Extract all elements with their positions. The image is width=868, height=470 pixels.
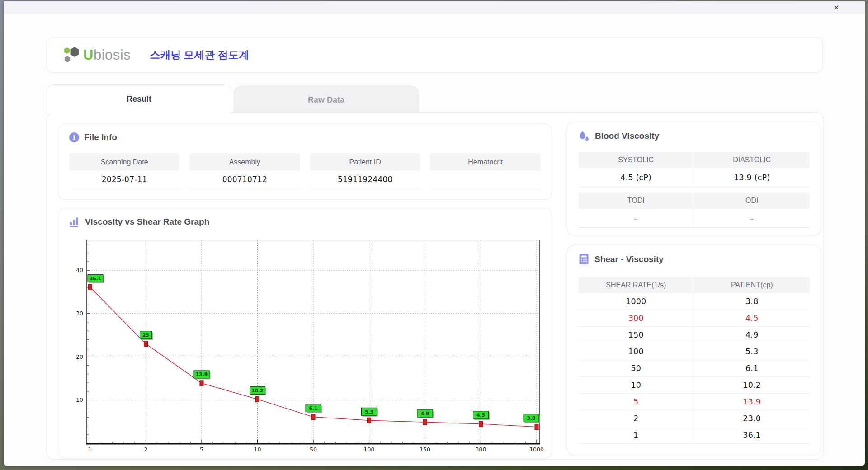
shear-rate-cell: 1000: [578, 293, 694, 310]
patient-cp-cell: 5.3: [694, 343, 810, 360]
data-point-marker: [144, 341, 148, 347]
data-point-marker: [256, 396, 259, 402]
shear-rate-column-header: SHEAR RATE(1/s): [578, 277, 694, 293]
data-point-marker: [200, 381, 203, 386]
file-info-field-value: 51911924400: [310, 171, 420, 188]
blood-viscosity-value: –: [578, 209, 694, 228]
result-tab-panel: i File Info Scanning Date 2025-07-11 Ass…: [47, 112, 824, 460]
patient-column-header: PATIENT(cp): [694, 277, 810, 293]
shear-table-row: 300 4.5: [578, 310, 810, 327]
file-info-fields: Scanning Date 2025-07-11 Assembly 000710…: [69, 153, 541, 188]
data-point-marker: [479, 421, 483, 427]
tab-bar: Result Raw Data: [47, 84, 823, 114]
shear-rate-cell: 10: [578, 377, 694, 394]
blood-viscosity-group: TODI ODI – –: [578, 193, 810, 228]
shear-rate-cell: 2: [578, 410, 694, 427]
file-info-field-value: 2025-07-11: [69, 171, 179, 188]
data-point-label: 10.2: [252, 388, 264, 393]
data-point-marker: [311, 414, 315, 420]
data-point-label: 4.9: [421, 411, 429, 416]
graph-title: Viscosity vs Shear Rate Graph: [85, 217, 209, 227]
tab-result[interactable]: Result: [47, 84, 231, 114]
file-info-field-value: 000710712: [189, 171, 300, 188]
shear-table-row: 2 23.0: [578, 410, 810, 427]
x-tick-label: 5: [200, 446, 203, 453]
file-info-card: i File Info Scanning Date 2025-07-11 Ass…: [58, 124, 552, 200]
y-tick-label: 40: [76, 267, 83, 273]
patient-cp-cell: 3.8: [694, 293, 810, 310]
patient-cp-cell: 4.5: [694, 310, 810, 327]
bar-chart-icon: [69, 216, 80, 227]
close-icon[interactable]: ✕: [831, 3, 841, 13]
blood-viscosity-value-row: – –: [578, 209, 810, 228]
shear-table-row: 100 5.3: [578, 343, 810, 360]
file-info-field: Patient ID 51911924400: [310, 153, 420, 188]
shear-rate-cell: 1: [578, 427, 694, 444]
shear-table-header: SHEAR RATE(1/s) PATIENT(cp): [578, 277, 810, 293]
file-info-field: Scanning Date 2025-07-11: [69, 153, 179, 188]
blood-viscosity-group: SYSTOLIC DIASTOLIC 4.5 (cP) 13.9 (cP): [578, 152, 810, 187]
shear-table-row: 50 6.1: [578, 360, 810, 377]
calculator-icon: [578, 254, 590, 265]
x-tick-label: 1000: [529, 446, 544, 453]
data-point-marker: [423, 419, 427, 425]
brand-logo: Ubiosis: [61, 46, 131, 65]
x-tick-label: 10: [254, 446, 261, 453]
tab-raw-data[interactable]: Raw Data: [234, 86, 419, 114]
blood-viscosity-card: Blood Viscosity SYSTOLIC DIASTOLIC 4.5 (…: [567, 122, 821, 235]
x-tick-label: 2: [144, 446, 148, 453]
data-point-label: 4.5: [476, 412, 485, 418]
blood-viscosity-label: SYSTOLIC: [578, 152, 694, 168]
file-info-field-label: Scanning Date: [69, 153, 179, 171]
brand-rest: biosis: [94, 47, 131, 63]
shear-viscosity-card: Shear - Viscosity SHEAR RATE(1/s) PATIEN…: [567, 245, 821, 455]
shear-table-rows: 1000 3.8 300 4.5 150 4.9 100 5.3 50 6.1 …: [578, 293, 810, 444]
data-point-label: 13.9: [196, 371, 208, 377]
blood-viscosity-value: 13.9 (cP): [694, 168, 810, 187]
file-info-field-value: [430, 171, 541, 188]
x-tick-label: 300: [476, 446, 486, 453]
blood-viscosity-table: SYSTOLIC DIASTOLIC 4.5 (cP) 13.9 (cP) TO…: [578, 152, 810, 233]
blood-viscosity-title: Blood Viscosity: [595, 131, 659, 141]
shear-rate-cell: 50: [578, 360, 694, 377]
patient-cp-cell: 10.2: [694, 377, 810, 394]
viscosity-graph-card: Viscosity vs Shear Rate Graph 1020304012…: [58, 208, 552, 458]
file-info-title: File Info: [84, 132, 117, 142]
blood-viscosity-value: 4.5 (cP): [578, 168, 694, 187]
shear-viscosity-title: Shear - Viscosity: [594, 254, 664, 264]
x-tick-label: 1: [88, 446, 92, 453]
patient-cp-cell: 4.9: [694, 327, 810, 343]
shear-table-row: 1000 3.8: [578, 293, 810, 310]
blood-viscosity-value-row: 4.5 (cP) 13.9 (cP): [578, 168, 810, 187]
blood-viscosity-value: –: [694, 209, 810, 228]
data-point-label: 36.1: [90, 276, 101, 281]
data-point-label: 3.8: [527, 415, 536, 421]
page-title: 스캐닝 모세관 점도계: [150, 48, 249, 62]
info-icon: i: [69, 132, 79, 142]
app-window: ✕ Ubiosis 스캐닝 모세관 점도계 Result Raw Data i …: [4, 1, 865, 466]
viscosity-chart: 102030401251050100150300100036.12313.910…: [58, 235, 552, 457]
data-point-label: 23: [142, 332, 149, 338]
brand-name: Ubiosis: [83, 47, 131, 63]
brand-u: U: [83, 47, 94, 63]
file-info-field-label: Hematocrit: [430, 153, 541, 171]
file-info-field-label: Patient ID: [310, 153, 420, 171]
blood-viscosity-label: TODI: [578, 193, 694, 209]
x-tick-label: 50: [310, 446, 317, 453]
blood-viscosity-label: DIASTOLIC: [694, 152, 810, 168]
patient-cp-cell: 6.1: [694, 360, 810, 377]
shear-rate-cell: 150: [578, 327, 694, 343]
blood-viscosity-header-row: TODI ODI: [578, 193, 810, 209]
data-point-marker: [88, 284, 92, 290]
data-point-label: 5.3: [365, 409, 373, 414]
shear-table-row: 150 4.9: [578, 327, 810, 343]
droplets-icon: [578, 130, 590, 142]
hexagon-logo-icon: [61, 46, 81, 65]
patient-cp-cell: 13.9: [694, 394, 810, 410]
window-titlebar: ✕: [4, 1, 865, 14]
shear-rate-cell: 100: [578, 343, 694, 360]
y-tick-label: 10: [76, 396, 83, 403]
blood-viscosity-label: ODI: [694, 193, 810, 209]
patient-cp-cell: 23.0: [694, 410, 810, 427]
x-tick-label: 150: [420, 446, 430, 453]
